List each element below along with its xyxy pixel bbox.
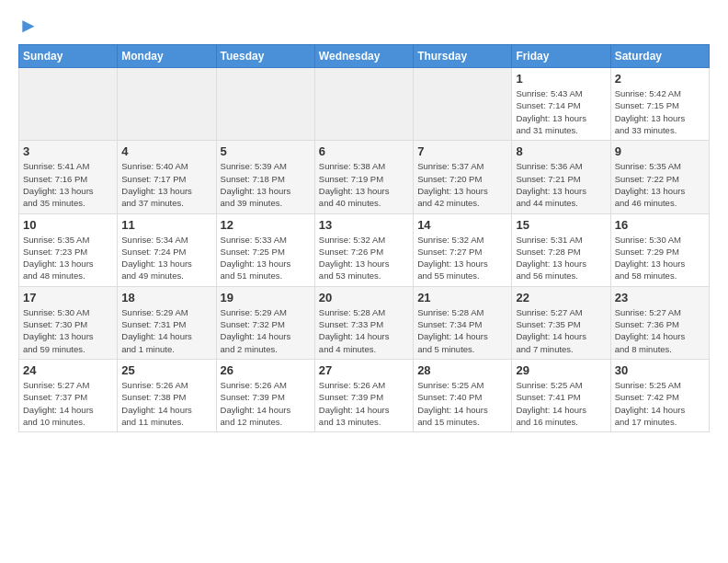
calendar-week-row: 17Sunrise: 5:30 AM Sunset: 7:30 PM Dayli…: [19, 286, 710, 359]
day-number: 5: [221, 144, 311, 158]
day-info: Sunrise: 5:26 AM Sunset: 7:39 PM Dayligh…: [221, 379, 311, 428]
calendar-cell: 14Sunrise: 5:32 AM Sunset: 7:27 PM Dayli…: [414, 213, 512, 286]
day-number: 26: [221, 363, 311, 377]
logo: ►: [18, 15, 39, 37]
calendar-cell: 2Sunrise: 5:42 AM Sunset: 7:15 PM Daylig…: [610, 68, 709, 141]
calendar-cell: [19, 68, 118, 141]
day-number: 20: [319, 291, 409, 304]
day-info: Sunrise: 5:35 AM Sunset: 7:23 PM Dayligh…: [23, 234, 113, 282]
day-info: Sunrise: 5:29 AM Sunset: 7:32 PM Dayligh…: [221, 306, 311, 355]
calendar-cell: 30Sunrise: 5:25 AM Sunset: 7:42 PM Dayli…: [610, 359, 709, 431]
calendar-cell: 11Sunrise: 5:34 AM Sunset: 7:24 PM Dayli…: [118, 213, 216, 286]
day-number: 30: [615, 363, 705, 377]
calendar-cell: 27Sunrise: 5:26 AM Sunset: 7:39 PM Dayli…: [314, 359, 413, 431]
day-info: Sunrise: 5:28 AM Sunset: 7:34 PM Dayligh…: [417, 306, 507, 355]
calendar-cell: 1Sunrise: 5:43 AM Sunset: 7:14 PM Daylig…: [512, 68, 610, 141]
day-number: 19: [221, 291, 311, 304]
calendar-cell: 8Sunrise: 5:36 AM Sunset: 7:21 PM Daylig…: [512, 141, 610, 213]
day-number: 9: [615, 144, 705, 158]
calendar-cell: [314, 68, 413, 141]
day-number: 14: [417, 218, 507, 232]
weekday-header-row: SundayMondayTuesdayWednesdayThursdayFrid…: [19, 45, 710, 68]
calendar-cell: 6Sunrise: 5:38 AM Sunset: 7:19 PM Daylig…: [314, 141, 413, 213]
day-number: 8: [516, 144, 606, 158]
weekday-header-sunday: Sunday: [19, 45, 118, 68]
weekday-header-monday: Monday: [118, 45, 216, 68]
day-number: 7: [417, 144, 507, 158]
weekday-header-thursday: Thursday: [414, 45, 512, 68]
day-number: 28: [417, 363, 507, 377]
calendar-cell: 3Sunrise: 5:41 AM Sunset: 7:16 PM Daylig…: [19, 141, 118, 213]
day-info: Sunrise: 5:41 AM Sunset: 7:16 PM Dayligh…: [23, 160, 113, 209]
calendar-table: SundayMondayTuesdayWednesdayThursdayFrid…: [18, 44, 710, 432]
day-info: Sunrise: 5:34 AM Sunset: 7:24 PM Dayligh…: [121, 234, 211, 282]
day-info: Sunrise: 5:27 AM Sunset: 7:35 PM Dayligh…: [516, 306, 606, 355]
calendar-cell: [118, 68, 216, 141]
header: ►: [18, 15, 710, 37]
calendar-cell: 21Sunrise: 5:28 AM Sunset: 7:34 PM Dayli…: [414, 286, 512, 359]
day-info: Sunrise: 5:43 AM Sunset: 7:14 PM Dayligh…: [516, 87, 606, 136]
day-info: Sunrise: 5:30 AM Sunset: 7:29 PM Dayligh…: [615, 234, 705, 282]
calendar-cell: 9Sunrise: 5:35 AM Sunset: 7:22 PM Daylig…: [610, 141, 709, 213]
day-info: Sunrise: 5:32 AM Sunset: 7:27 PM Dayligh…: [417, 234, 507, 282]
day-info: Sunrise: 5:33 AM Sunset: 7:25 PM Dayligh…: [221, 234, 311, 282]
day-info: Sunrise: 5:27 AM Sunset: 7:36 PM Dayligh…: [615, 306, 705, 355]
day-info: Sunrise: 5:32 AM Sunset: 7:26 PM Dayligh…: [319, 234, 409, 282]
calendar-cell: 18Sunrise: 5:29 AM Sunset: 7:31 PM Dayli…: [118, 286, 216, 359]
day-info: Sunrise: 5:25 AM Sunset: 7:41 PM Dayligh…: [516, 379, 606, 428]
calendar-cell: 13Sunrise: 5:32 AM Sunset: 7:26 PM Dayli…: [314, 213, 413, 286]
day-info: Sunrise: 5:26 AM Sunset: 7:38 PM Dayligh…: [121, 379, 211, 428]
day-number: 23: [615, 291, 705, 304]
calendar-cell: 20Sunrise: 5:28 AM Sunset: 7:33 PM Dayli…: [314, 286, 413, 359]
day-info: Sunrise: 5:37 AM Sunset: 7:20 PM Dayligh…: [417, 160, 507, 209]
calendar-cell: [414, 68, 512, 141]
calendar-cell: 26Sunrise: 5:26 AM Sunset: 7:39 PM Dayli…: [216, 359, 314, 431]
day-number: 17: [23, 291, 113, 304]
day-number: 18: [121, 291, 211, 304]
day-number: 25: [121, 363, 211, 377]
day-info: Sunrise: 5:25 AM Sunset: 7:40 PM Dayligh…: [417, 379, 507, 428]
day-number: 29: [516, 363, 606, 377]
calendar-cell: [216, 68, 314, 141]
day-info: Sunrise: 5:29 AM Sunset: 7:31 PM Dayligh…: [121, 306, 211, 355]
calendar-cell: 15Sunrise: 5:31 AM Sunset: 7:28 PM Dayli…: [512, 213, 610, 286]
day-number: 6: [319, 144, 409, 158]
day-number: 27: [319, 363, 409, 377]
calendar-cell: 23Sunrise: 5:27 AM Sunset: 7:36 PM Dayli…: [610, 286, 709, 359]
day-info: Sunrise: 5:26 AM Sunset: 7:39 PM Dayligh…: [319, 379, 409, 428]
calendar-week-row: 3Sunrise: 5:41 AM Sunset: 7:16 PM Daylig…: [19, 141, 710, 213]
day-info: Sunrise: 5:30 AM Sunset: 7:30 PM Dayligh…: [23, 306, 113, 355]
calendar-cell: 7Sunrise: 5:37 AM Sunset: 7:20 PM Daylig…: [414, 141, 512, 213]
day-info: Sunrise: 5:35 AM Sunset: 7:22 PM Dayligh…: [615, 160, 705, 209]
calendar-cell: 12Sunrise: 5:33 AM Sunset: 7:25 PM Dayli…: [216, 213, 314, 286]
day-number: 16: [615, 218, 705, 232]
calendar-cell: 4Sunrise: 5:40 AM Sunset: 7:17 PM Daylig…: [118, 141, 216, 213]
day-info: Sunrise: 5:28 AM Sunset: 7:33 PM Dayligh…: [319, 306, 409, 355]
logo-bird-icon: ►: [18, 14, 39, 37]
calendar-cell: 5Sunrise: 5:39 AM Sunset: 7:18 PM Daylig…: [216, 141, 314, 213]
logo-block: ►: [18, 15, 39, 37]
day-info: Sunrise: 5:40 AM Sunset: 7:17 PM Dayligh…: [121, 160, 211, 209]
day-number: 15: [516, 218, 606, 232]
day-info: Sunrise: 5:31 AM Sunset: 7:28 PM Dayligh…: [516, 234, 606, 282]
day-number: 2: [615, 72, 705, 86]
calendar-cell: 22Sunrise: 5:27 AM Sunset: 7:35 PM Dayli…: [512, 286, 610, 359]
day-info: Sunrise: 5:38 AM Sunset: 7:19 PM Dayligh…: [319, 160, 409, 209]
calendar-cell: 17Sunrise: 5:30 AM Sunset: 7:30 PM Dayli…: [19, 286, 118, 359]
day-info: Sunrise: 5:36 AM Sunset: 7:21 PM Dayligh…: [516, 160, 606, 209]
day-number: 22: [516, 291, 606, 304]
day-number: 13: [319, 218, 409, 232]
day-number: 21: [417, 291, 507, 304]
day-number: 11: [121, 218, 211, 232]
day-number: 10: [23, 218, 113, 232]
weekday-header-saturday: Saturday: [610, 45, 709, 68]
day-number: 4: [121, 144, 211, 158]
calendar-cell: 24Sunrise: 5:27 AM Sunset: 7:37 PM Dayli…: [19, 359, 118, 431]
day-number: 24: [23, 363, 113, 377]
weekday-header-tuesday: Tuesday: [216, 45, 314, 68]
calendar-cell: 28Sunrise: 5:25 AM Sunset: 7:40 PM Dayli…: [414, 359, 512, 431]
day-info: Sunrise: 5:25 AM Sunset: 7:42 PM Dayligh…: [615, 379, 705, 428]
day-number: 12: [221, 218, 311, 232]
calendar-cell: 25Sunrise: 5:26 AM Sunset: 7:38 PM Dayli…: [118, 359, 216, 431]
day-info: Sunrise: 5:42 AM Sunset: 7:15 PM Dayligh…: [615, 87, 705, 136]
